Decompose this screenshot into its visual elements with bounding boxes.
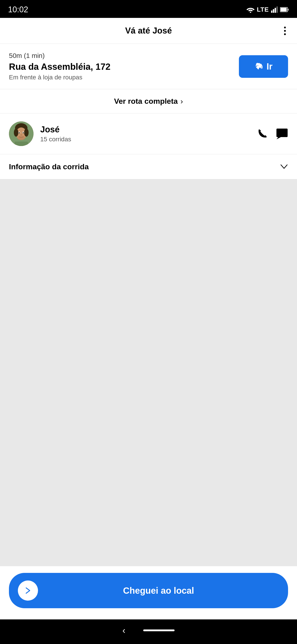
chevron-right-icon: [23, 586, 32, 595]
message-passenger-button[interactable]: [276, 128, 288, 139]
svg-rect-4: [277, 6, 278, 13]
signal-icon: [271, 6, 278, 13]
dot-2: [284, 30, 286, 32]
battery-icon: [280, 7, 289, 12]
dot-3: [284, 33, 286, 35]
arrived-button[interactable]: Cheguei ao local: [9, 573, 288, 608]
wifi-icon: [247, 6, 255, 13]
svg-rect-1: [271, 10, 273, 13]
route-section: 50m (1 min) Rua da Assembléia, 172 Em fr…: [0, 44, 297, 89]
message-icon: [276, 128, 288, 139]
status-bar: 10:02 LTE: [0, 0, 297, 18]
view-full-route-button[interactable]: Ver rota completa ›: [0, 89, 297, 113]
svg-point-12: [14, 128, 18, 137]
chevron-right-icon: ›: [181, 97, 183, 106]
passenger-avatar: [9, 122, 33, 146]
route-distance: 50m (1 min): [9, 52, 234, 60]
passenger-name: José: [40, 125, 250, 134]
status-time: 10:02: [8, 5, 28, 14]
header: Vá até José: [0, 18, 297, 44]
app-screen: Vá até José 50m (1 min) Rua da Assembléi…: [0, 18, 297, 620]
go-button-label: Ir: [267, 62, 273, 72]
svg-point-16: [19, 132, 20, 134]
svg-rect-7: [281, 8, 287, 12]
svg-text:⇅: ⇅: [256, 62, 261, 69]
svg-rect-2: [273, 9, 274, 13]
svg-point-0: [250, 12, 251, 13]
svg-point-13: [24, 128, 29, 137]
lte-icon: LTE: [257, 6, 269, 13]
map-view[interactable]: [0, 179, 297, 566]
svg-marker-22: [277, 137, 281, 139]
view-full-route-label: Ver rota completa: [114, 97, 178, 106]
route-landmark: Em frente à loja de roupas: [9, 74, 234, 81]
route-address: Rua da Assembléia, 172: [9, 61, 234, 72]
svg-point-18: [20, 134, 22, 135]
go-button[interactable]: ⇅ Ir: [239, 55, 288, 78]
route-info: 50m (1 min) Rua da Assembléia, 172 Em fr…: [9, 52, 234, 81]
bottom-nav: ‹: [0, 620, 297, 644]
svg-rect-3: [275, 8, 276, 13]
navigation-icon: ⇅: [255, 62, 264, 71]
svg-point-17: [23, 132, 24, 134]
svg-rect-20: [14, 142, 28, 146]
bottom-section: Cheguei ao local: [0, 566, 297, 620]
home-indicator[interactable]: [143, 630, 175, 631]
dot-1: [284, 26, 286, 28]
passenger-rides: 15 corridas: [40, 136, 250, 143]
trip-info-toggle[interactable]: Informação da corrida: [0, 154, 297, 179]
passenger-info: José 15 corridas: [40, 125, 250, 143]
svg-rect-21: [277, 128, 288, 137]
page-title: Vá até José: [125, 26, 172, 36]
back-button[interactable]: ‹: [122, 626, 125, 636]
arrived-button-label: Cheguei ao local: [38, 586, 279, 596]
passenger-section: José 15 corridas: [0, 113, 297, 154]
more-options-button[interactable]: [282, 24, 288, 37]
arrived-button-circle: [18, 580, 38, 600]
chevron-down-icon: [280, 162, 288, 171]
call-passenger-button[interactable]: [257, 128, 268, 139]
passenger-actions: [257, 128, 288, 139]
phone-icon: [257, 128, 268, 139]
svg-rect-6: [288, 9, 289, 10]
trip-info-label: Informação da corrida: [9, 162, 89, 171]
svg-point-19: [17, 136, 25, 140]
status-icons: LTE: [247, 6, 289, 13]
